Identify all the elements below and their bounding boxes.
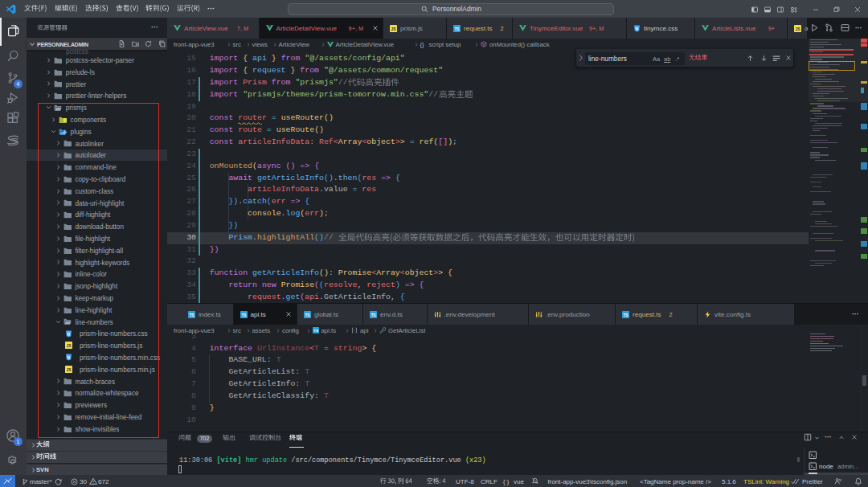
- svg-text:TS: TS: [189, 313, 194, 317]
- svg-text:TS: TS: [313, 329, 318, 333]
- svg-text:TS: TS: [454, 27, 459, 31]
- svg-text:TS: TS: [241, 313, 246, 317]
- svg-text:TS: TS: [371, 313, 375, 317]
- svg-text:TS: TS: [623, 313, 628, 317]
- svg-text:JS: JS: [795, 27, 800, 31]
- svg-text:TS: TS: [305, 313, 309, 317]
- svg-text:JS: JS: [391, 27, 396, 31]
